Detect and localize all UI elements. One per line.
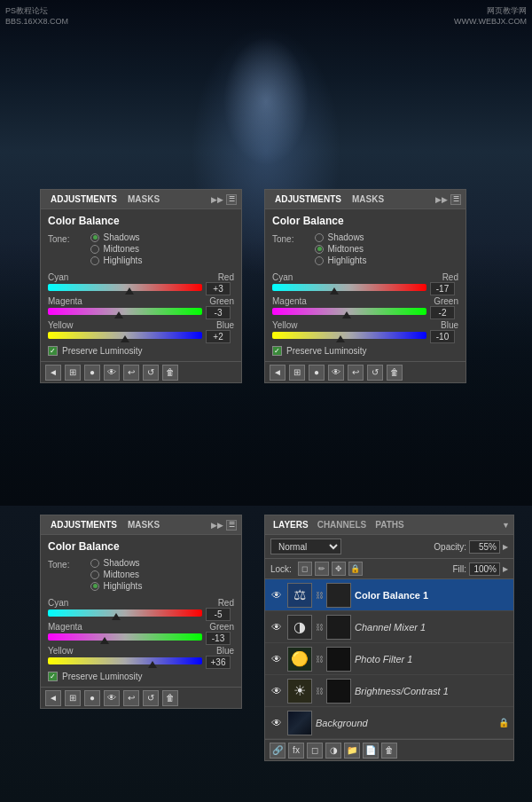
slider-value-mg-tr[interactable]: -2 (430, 306, 455, 319)
layers-delete-btn[interactable]: 🗑 (381, 743, 397, 759)
layer-eye-photo-filter[interactable]: 👁 (270, 652, 284, 666)
slider-value-yb-tr[interactable]: -10 (430, 330, 455, 343)
slider-track-yb-tr[interactable] (272, 332, 426, 339)
slider-track-mg-bl[interactable] (48, 633, 202, 641)
opacity-input[interactable] (469, 540, 500, 554)
toolbar-refresh-bl[interactable]: ↺ (143, 690, 159, 706)
toolbar-camera-tl[interactable]: ⊞ (65, 365, 81, 381)
lock-paint-btn[interactable]: ✏ (315, 562, 329, 576)
toolbar-link-tr[interactable]: ↩ (348, 365, 364, 381)
slider-thumb-yb-tl[interactable] (121, 335, 129, 342)
slider-value-yb-bl[interactable]: +36 (206, 656, 231, 669)
toolbar-camera-tr[interactable]: ⊞ (289, 365, 305, 381)
slider-value-mg-tl[interactable]: -3 (206, 306, 231, 319)
tab-masks-tr[interactable]: MASKS (347, 193, 389, 206)
lock-move-btn[interactable]: ✥ (332, 562, 346, 576)
layer-row-brightness[interactable]: 👁 ☀ ⛓ Brightness/Contrast 1 (265, 675, 513, 707)
layers-mask-btn[interactable]: ◻ (307, 743, 323, 759)
slider-thumb-cr-tr[interactable] (330, 287, 339, 295)
layers-folder-btn[interactable]: 📁 (344, 743, 360, 759)
radio-midtones-circle-tl[interactable] (90, 245, 99, 254)
slider-value-mg-bl[interactable]: -13 (206, 632, 231, 645)
layer-row-channel-mixer[interactable]: 👁 ◑ ⛓ Channel Mixer 1 (265, 611, 513, 643)
layer-row-background[interactable]: 👁 Background 🔒 (265, 707, 513, 739)
slider-track-yb-bl[interactable] (48, 657, 202, 664)
slider-value-yb-tl[interactable]: +2 (206, 330, 231, 343)
tab-paths[interactable]: PATHS (371, 518, 408, 531)
fill-arrow[interactable]: ▶ (503, 565, 508, 573)
tab-masks-tl[interactable]: MASKS (122, 193, 165, 206)
tab-channels[interactable]: CHANNELS (313, 518, 372, 531)
preserve-checkbox-bl[interactable]: ✓ (48, 672, 58, 681)
slider-value-cr-bl[interactable]: -5 (206, 608, 231, 621)
slider-track-cr-tl[interactable] (48, 284, 202, 291)
lock-all-btn[interactable]: 🔒 (348, 562, 363, 576)
layer-eye-background[interactable]: 👁 (270, 716, 284, 730)
toolbar-refresh-tr[interactable]: ↺ (367, 365, 383, 381)
toolbar-circle-bl[interactable]: ● (84, 690, 100, 706)
panel-menu-bl[interactable]: ☰ (226, 520, 237, 531)
layer-eye-channel-mixer[interactable]: 👁 (270, 620, 284, 634)
blend-mode-select[interactable]: Normal (270, 539, 341, 554)
radio-midtones-tl[interactable]: Midtones (90, 244, 142, 254)
slider-track-cr-bl[interactable] (48, 609, 202, 617)
layers-new-btn[interactable]: 📄 (363, 743, 379, 759)
radio-highlights-circle-tr[interactable] (315, 256, 324, 265)
layer-eye-brightness[interactable]: 👁 (270, 684, 284, 698)
radio-midtones-circle-tr[interactable] (315, 245, 324, 254)
tab-adjustments-bl[interactable]: ADJUSTMENTS (45, 518, 122, 531)
lock-transparent-btn[interactable]: ◻ (298, 562, 312, 576)
slider-value-cr-tl[interactable]: +3 (206, 282, 231, 295)
toolbar-link-tl[interactable]: ↩ (123, 365, 139, 381)
toolbar-refresh-tl[interactable]: ↺ (143, 365, 159, 381)
preserve-checkbox-tl[interactable]: ✓ (48, 346, 58, 356)
radio-highlights-tr[interactable]: Highlights (315, 256, 366, 265)
radio-shadows-bl[interactable]: Shadows (90, 558, 142, 568)
slider-thumb-cr-bl[interactable] (112, 613, 121, 620)
radio-midtones-bl[interactable]: Midtones (90, 570, 142, 579)
tab-layers[interactable]: LAYERS (269, 518, 313, 531)
radio-shadows-circle-tr[interactable] (315, 233, 324, 242)
tab-masks-bl[interactable]: MASKS (122, 518, 165, 531)
slider-track-yb-tl[interactable] (48, 332, 202, 339)
toolbar-trash-tl[interactable]: 🗑 (162, 365, 178, 381)
slider-thumb-mg-tl[interactable] (114, 311, 123, 318)
toolbar-trash-bl[interactable]: 🗑 (162, 690, 178, 706)
radio-shadows-tr[interactable]: Shadows (315, 232, 366, 242)
layer-row-photo-filter[interactable]: 👁 🟡 ⛓ Photo Filter 1 (265, 643, 513, 675)
opacity-arrow[interactable]: ▶ (503, 543, 508, 551)
slider-value-cr-tr[interactable]: -17 (430, 282, 455, 295)
toolbar-eye-bl[interactable]: 👁 (104, 690, 120, 706)
fill-input[interactable] (469, 562, 500, 576)
radio-highlights-circle-tl[interactable] (90, 256, 99, 265)
layers-link-btn[interactable]: 🔗 (270, 743, 286, 759)
slider-track-mg-tr[interactable] (272, 308, 426, 315)
toolbar-link-bl[interactable]: ↩ (123, 690, 139, 706)
preserve-checkbox-tr[interactable]: ✓ (272, 346, 282, 356)
slider-thumb-mg-tr[interactable] (342, 311, 351, 318)
toolbar-eye-tr[interactable]: 👁 (328, 365, 344, 381)
layers-fx-btn[interactable]: fx (288, 743, 304, 759)
radio-highlights-tl[interactable]: Highlights (90, 256, 142, 265)
toolbar-back-bl[interactable]: ◄ (45, 690, 61, 706)
slider-thumb-yb-tr[interactable] (336, 335, 345, 342)
radio-highlights-bl[interactable]: Highlights (90, 581, 142, 591)
radio-shadows-circle-tl[interactable] (90, 233, 99, 242)
toolbar-eye-tl[interactable]: 👁 (104, 365, 120, 381)
panel-menu-tl[interactable]: ☰ (226, 194, 237, 205)
preserve-luminosity-bl[interactable]: ✓ Preserve Luminosity (48, 672, 234, 681)
slider-track-cr-tr[interactable] (272, 284, 426, 291)
layer-eye-color-balance[interactable]: 👁 (270, 588, 284, 602)
tab-adjustments-tl[interactable]: ADJUSTMENTS (45, 193, 122, 206)
toolbar-trash-tr[interactable]: 🗑 (387, 365, 403, 381)
slider-track-mg-tl[interactable] (48, 308, 202, 315)
toolbar-back-tr[interactable]: ◄ (270, 365, 286, 381)
layer-row-color-balance[interactable]: 👁 ⚖ ⛓ Color Balance 1 (265, 579, 513, 611)
preserve-luminosity-tr[interactable]: ✓ Preserve Luminosity (272, 346, 458, 356)
toolbar-circle-tl[interactable]: ● (84, 365, 100, 381)
panel-menu-tr[interactable]: ☰ (450, 194, 461, 205)
toolbar-camera-bl[interactable]: ⊞ (65, 690, 81, 706)
toolbar-back-tl[interactable]: ◄ (45, 365, 61, 381)
tab-adjustments-tr[interactable]: ADJUSTMENTS (270, 193, 347, 206)
radio-shadows-circle-bl[interactable] (90, 559, 99, 568)
